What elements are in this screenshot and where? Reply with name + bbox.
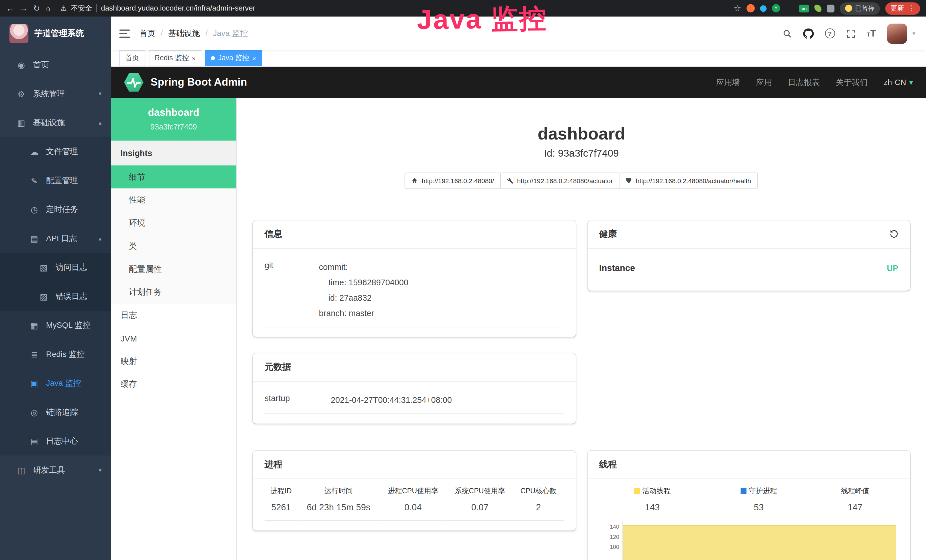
sba-menu-config-props[interactable]: 配置属性: [111, 257, 236, 281]
chart-plot-area: [622, 522, 896, 560]
home-icon[interactable]: ⌂: [45, 4, 50, 12]
instance-header[interactable]: dashboard 93a3fc7f7409: [111, 98, 236, 141]
active-threads-swatch: [634, 488, 640, 494]
sidebar-item-config-management[interactable]: ✎ 配置管理: [0, 166, 111, 195]
wrench-icon: [507, 177, 514, 184]
avatar[interactable]: [887, 23, 907, 43]
sidebar-item-infra[interactable]: ▥ 基础设施 ▴: [0, 108, 111, 137]
active-threads-area: [623, 525, 896, 560]
refresh-icon[interactable]: ↻: [33, 4, 40, 12]
threads-card-header: 线程: [587, 451, 910, 479]
sidebar-item-scheduled-jobs[interactable]: ◷ 定时任务: [0, 195, 111, 224]
sidebar-item-java-monitor[interactable]: ▣ Java 监控: [0, 369, 111, 397]
paused-label: 已暂停: [855, 4, 875, 12]
kebab-menu-icon[interactable]: ⋮: [908, 4, 915, 12]
sba-brand-title: Spring Boot Admin: [151, 76, 247, 88]
sba-nav-journal[interactable]: 日志报表: [788, 77, 820, 88]
breadcrumb-infra[interactable]: 基础设施: [168, 28, 200, 38]
sba-menu-jvm[interactable]: JVM: [111, 327, 236, 350]
back-icon[interactable]: ←: [6, 4, 14, 12]
github-icon[interactable]: [803, 28, 814, 38]
extension-on-icon[interactable]: on: [799, 5, 809, 12]
close-icon[interactable]: ×: [192, 55, 196, 62]
url-text: dashboard.yudao.iocoder.cn/infra/admin-s…: [101, 4, 255, 12]
sba-menu-metrics[interactable]: 性能: [111, 189, 236, 212]
sidebar-item-api-logs[interactable]: ▤ API 日志 ▴: [0, 224, 111, 253]
puzzle-icon[interactable]: [827, 5, 834, 12]
sba-menu-caches[interactable]: 缓存: [111, 373, 236, 396]
sidebar-item-error-logs[interactable]: ▨ 错误日志: [0, 282, 111, 311]
forward-icon[interactable]: →: [20, 4, 28, 12]
sidebar-item-mysql-monitor[interactable]: ▦ MySQL 监控: [0, 311, 111, 339]
divider: [96, 4, 97, 12]
sba-nav-applications[interactable]: 应用: [756, 77, 772, 88]
close-icon[interactable]: ×: [253, 55, 256, 62]
sba-menu-logs[interactable]: 日志: [111, 304, 236, 327]
font-size-icon[interactable]: TT: [867, 28, 876, 38]
dashboard-icon: ◉: [15, 60, 27, 69]
sba-nav-wallboard[interactable]: 应用墙: [716, 77, 740, 88]
sba-menu-mappings[interactable]: 映射: [111, 350, 236, 373]
search-icon[interactable]: [782, 29, 792, 38]
tab-redis-monitor[interactable]: Redis 监控 ×: [149, 50, 202, 66]
page-title: dashboard: [237, 124, 926, 144]
extension-grid-icon[interactable]: [785, 4, 794, 12]
hamburger-icon[interactable]: [119, 29, 130, 38]
bookmark-star-icon[interactable]: ☆: [734, 4, 741, 12]
sidebar-item-redis-monitor[interactable]: ≣ Redis 监控: [0, 340, 111, 369]
screen: ← → ↻ ⌂ ⚠ 不安全 dashboard.yudao.iocoder.cn…: [0, 0, 926, 560]
extension-leaf-icon[interactable]: [814, 5, 822, 12]
sidebar-item-dev-tools[interactable]: ◫ 研发工具 ▾: [0, 456, 111, 484]
sba-menu-environment[interactable]: 环境: [111, 211, 236, 235]
locale-selector[interactable]: zh-CN ▾: [884, 78, 913, 87]
sba-menu-details[interactable]: 细节: [111, 165, 236, 189]
page-subtitle: Id: 93a3fc7f7409: [237, 148, 926, 159]
clock-icon: ◷: [28, 205, 40, 214]
home-icon: [411, 177, 418, 184]
sba-menu-classes[interactable]: 类: [111, 235, 236, 257]
history-icon[interactable]: [890, 229, 898, 239]
instance-name: dashboard: [116, 107, 232, 119]
browser-actions: ☆ Y on 已暂停 更新 ⋮: [734, 2, 920, 14]
process-table: 进程ID 运行时间 进程CPU使用率 系统CPU使用率 CPU核心数 5261 …: [265, 479, 564, 521]
service-url-link[interactable]: http://192.168.0.2:48080/: [405, 173, 501, 189]
sidebar-item-file-management[interactable]: ☁ 文件管理: [0, 137, 111, 166]
paused-badge[interactable]: 已暂停: [840, 2, 880, 14]
info-card-header: 信息: [253, 220, 575, 248]
health-url-link[interactable]: http://192.168.0.2:48080/actuator/health: [619, 173, 758, 189]
sba-menu-scheduled-tasks[interactable]: 计划任务: [111, 281, 236, 304]
extension-icon[interactable]: Y: [772, 4, 780, 12]
sidebar-item-log-center[interactable]: ▤ 日志中心: [0, 427, 111, 455]
sidebar-item-home[interactable]: ◉ 首页: [0, 50, 111, 79]
tab-home[interactable]: 首页: [119, 50, 145, 66]
sba-navbar: Spring Boot Admin 应用墙 应用 日志报表 关于我们 zh-CN…: [111, 67, 926, 98]
extension-icon[interactable]: [760, 5, 767, 12]
threads-card: 线程 活动线程 守护进程 线程峰值: [587, 451, 910, 560]
chevron-down-icon[interactable]: ▾: [912, 30, 915, 37]
infra-icon: ▥: [15, 118, 27, 127]
app-logo-row[interactable]: 芋道管理系统: [0, 17, 111, 50]
extension-icon[interactable]: [746, 4, 755, 12]
update-label: 更新: [891, 4, 904, 12]
threads-legend: 活动线程 守护进程 线程峰值 143 53 147: [599, 479, 898, 520]
fullscreen-icon[interactable]: [846, 29, 856, 38]
gear-icon: ⚙: [15, 89, 27, 98]
sba-nav-about[interactable]: 关于我们: [836, 77, 868, 88]
instance-links: http://192.168.0.2:48080/ http://192.168…: [237, 173, 926, 189]
actuator-url-link[interactable]: http://192.168.0.2:48080/actuator: [500, 173, 619, 189]
sidebar-item-access-logs[interactable]: ▧ 访问日志: [0, 253, 111, 282]
address-bar[interactable]: ⚠ 不安全 dashboard.yudao.iocoder.cn/infra/a…: [61, 3, 729, 13]
info-card: 信息 git commit: time: 1596289704000 id: 2…: [253, 220, 575, 337]
log-center-icon: ▤: [28, 436, 40, 446]
sidebar-item-tracing[interactable]: ◎ 链路追踪: [0, 398, 111, 427]
paused-emoji-icon: [845, 5, 852, 12]
update-button[interactable]: 更新 ⋮: [885, 2, 920, 14]
toolbox-icon: ◫: [15, 465, 27, 475]
help-icon[interactable]: ?: [825, 28, 835, 38]
tab-java-monitor[interactable]: Java 监控 ×: [205, 50, 262, 66]
admin-header: 首页 / 基础设施 / Java 监控 ?: [111, 17, 926, 50]
breadcrumb-home[interactable]: 首页: [139, 28, 156, 38]
health-card: 健康 Instance UP: [587, 220, 910, 291]
daemon-threads-swatch: [740, 488, 746, 494]
sidebar-item-system[interactable]: ⚙ 系统管理 ▾: [0, 79, 111, 108]
